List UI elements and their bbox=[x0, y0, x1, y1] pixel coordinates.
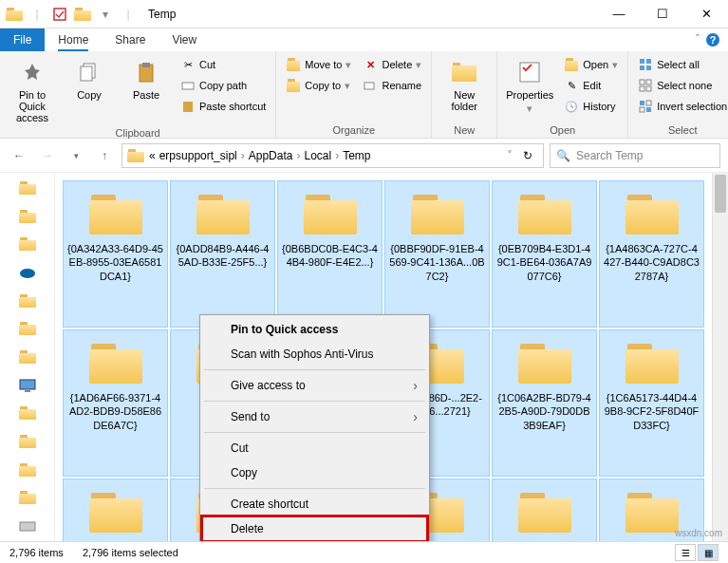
forward-button[interactable]: → bbox=[36, 144, 59, 167]
newfolder-icon bbox=[449, 57, 479, 87]
breadcrumb-root[interactable]: « bbox=[149, 149, 156, 162]
folder-item[interactable]: {1C06A2BF-BD79-42B5-A90D-79D0DB3B9EAF} bbox=[492, 329, 597, 477]
ctx-send-to[interactable]: Send to bbox=[202, 404, 427, 429]
folder-item[interactable] bbox=[63, 479, 168, 541]
checkbox-icon[interactable] bbox=[49, 4, 70, 25]
tab-view[interactable]: View bbox=[159, 28, 210, 51]
tab-home[interactable]: Home bbox=[45, 28, 102, 51]
nav-item-thispc[interactable] bbox=[16, 376, 39, 395]
invert-icon bbox=[638, 99, 653, 114]
breadcrumb-item[interactable]: Local bbox=[304, 149, 331, 162]
cut-icon: ✂ bbox=[180, 57, 196, 72]
move-to-button[interactable]: Move to▾ bbox=[282, 55, 355, 74]
folder-icon bbox=[622, 338, 682, 387]
help-icon[interactable]: ? bbox=[705, 32, 720, 47]
folder-item[interactable]: {0A342A33-64D9-45EB-8955-03EA6581DCA1} bbox=[63, 180, 168, 328]
status-bar: 2,796 items 2,796 items selected ☰ ▦ bbox=[0, 541, 728, 563]
back-button[interactable]: ← bbox=[8, 144, 30, 167]
group-label-open: Open bbox=[503, 122, 622, 136]
folder-icon bbox=[514, 189, 575, 238]
nav-item[interactable] bbox=[16, 432, 39, 451]
ctx-delete[interactable]: Delete bbox=[202, 516, 427, 541]
view-icons-button[interactable]: ▦ bbox=[698, 544, 719, 561]
ctx-give-access[interactable]: Give access to bbox=[202, 373, 427, 398]
up-button[interactable]: ↑ bbox=[93, 144, 116, 167]
vertical-scrollbar[interactable] bbox=[712, 173, 728, 541]
cut-button[interactable]: ✂Cut bbox=[177, 55, 270, 74]
nav-item-onedrive[interactable] bbox=[16, 263, 39, 282]
ctx-separator bbox=[204, 401, 425, 402]
ctx-scan[interactable]: Scan with Sophos Anti-Virus bbox=[202, 342, 427, 366]
select-all-button[interactable]: Select all bbox=[634, 55, 728, 74]
nav-item[interactable] bbox=[16, 291, 39, 310]
close-button[interactable]: ✕ bbox=[684, 0, 728, 28]
copy-to-button[interactable]: Copy to▾ bbox=[282, 76, 355, 95]
tab-file[interactable]: File bbox=[0, 28, 45, 51]
folder-icon bbox=[85, 338, 146, 387]
nav-item[interactable] bbox=[16, 319, 39, 338]
view-details-button[interactable]: ☰ bbox=[675, 544, 696, 561]
folder-item[interactable]: {0B6BDC0B-E4C3-44B4-980F-E4E2...} bbox=[277, 180, 383, 328]
nav-item[interactable] bbox=[16, 460, 39, 479]
nav-item-drive[interactable] bbox=[16, 516, 39, 535]
breadcrumb-item[interactable]: Temp bbox=[343, 149, 370, 162]
group-label-select: Select bbox=[634, 122, 728, 136]
folder-icon bbox=[85, 487, 146, 536]
search-icon: 🔍 bbox=[556, 149, 570, 162]
svg-rect-14 bbox=[646, 66, 651, 70]
folder-item[interactable]: {0BBF90DF-91EB-4569-9C41-136A...0B7C2} bbox=[384, 180, 490, 328]
select-none-button[interactable]: Select none bbox=[634, 76, 728, 95]
ctx-create-shortcut[interactable]: Create shortcut bbox=[202, 492, 427, 516]
moveto-icon bbox=[286, 57, 301, 72]
nav-item[interactable] bbox=[16, 207, 39, 226]
paste-button[interactable]: Paste bbox=[120, 55, 173, 103]
delete-button[interactable]: ✕Delete▾ bbox=[359, 55, 425, 74]
nav-item[interactable] bbox=[16, 235, 39, 253]
nav-item[interactable] bbox=[16, 178, 39, 197]
refresh-button[interactable]: ↻ bbox=[516, 149, 539, 162]
copy-button[interactable]: Copy bbox=[63, 55, 116, 103]
nav-item[interactable] bbox=[16, 404, 39, 423]
nav-item[interactable] bbox=[16, 489, 39, 508]
minimize-button[interactable]: — bbox=[597, 0, 641, 28]
folder-item[interactable]: {1AD6AF66-9371-4AD2-BDB9-D58E86DE6A7C} bbox=[63, 329, 168, 477]
ctx-pin[interactable]: Pin to Quick access bbox=[202, 317, 427, 342]
folder-item[interactable]: {0EB709B4-E3D1-49C1-BE64-036A7A9077C6} bbox=[492, 180, 597, 328]
maximize-button[interactable]: ☐ bbox=[641, 0, 684, 28]
selectnone-icon bbox=[638, 78, 653, 93]
new-folder-button[interactable]: New folder bbox=[438, 55, 491, 114]
breadcrumb-item[interactable]: erpsupport_sipl bbox=[159, 149, 237, 162]
address-bar[interactable]: « erpsupport_sipl› AppData› Local› Temp … bbox=[121, 143, 544, 168]
folder-icon bbox=[4, 4, 25, 25]
pin-icon bbox=[17, 57, 47, 87]
nav-item[interactable] bbox=[16, 347, 39, 366]
tab-share[interactable]: Share bbox=[102, 28, 159, 51]
open-button[interactable]: Open▾ bbox=[560, 55, 622, 74]
history-button[interactable]: 🕓History bbox=[560, 97, 622, 116]
folder-item[interactable] bbox=[492, 479, 597, 541]
recent-dropdown[interactable]: ▾ bbox=[65, 144, 87, 167]
folder-item[interactable]: {0ADD84B9-A446-45AD-B33E-25F5...} bbox=[170, 180, 275, 328]
folder-item[interactable]: {1A4863CA-727C-4427-B440-C9AD8C32787A} bbox=[599, 180, 704, 328]
edit-button[interactable]: ✎Edit bbox=[560, 76, 622, 95]
folder-item[interactable]: {1C6A5173-44D4-49B8-9CF2-5F8D40FD33FC} bbox=[599, 329, 704, 477]
collapse-ribbon-icon[interactable]: ˆ bbox=[696, 33, 700, 47]
ctx-cut[interactable]: Cut bbox=[202, 436, 427, 460]
status-selected: 2,796 items selected bbox=[83, 547, 178, 558]
svg-rect-22 bbox=[646, 107, 651, 112]
qat-dropdown[interactable]: ▾ bbox=[95, 4, 116, 25]
paste-shortcut-button[interactable]: Paste shortcut bbox=[177, 97, 270, 116]
navbar: ← → ▾ ↑ « erpsupport_sipl› AppData› Loca… bbox=[0, 139, 728, 173]
breadcrumb-item[interactable]: AppData bbox=[249, 149, 293, 162]
ctx-copy[interactable]: Copy bbox=[202, 460, 427, 485]
navigation-pane[interactable] bbox=[0, 173, 55, 541]
copy-path-button[interactable]: Copy path bbox=[177, 76, 270, 95]
pin-quick-access-button[interactable]: Pin to Quick access bbox=[6, 55, 59, 125]
address-dropdown[interactable]: ˅ bbox=[507, 149, 513, 162]
invert-selection-button[interactable]: Invert selection bbox=[634, 97, 728, 116]
scrollbar-thumb[interactable] bbox=[715, 175, 726, 213]
rename-button[interactable]: Rename bbox=[359, 76, 425, 95]
svg-rect-15 bbox=[640, 80, 644, 84]
search-input[interactable]: 🔍 Search Temp bbox=[550, 143, 720, 168]
properties-button[interactable]: Properties▾ bbox=[503, 55, 556, 117]
